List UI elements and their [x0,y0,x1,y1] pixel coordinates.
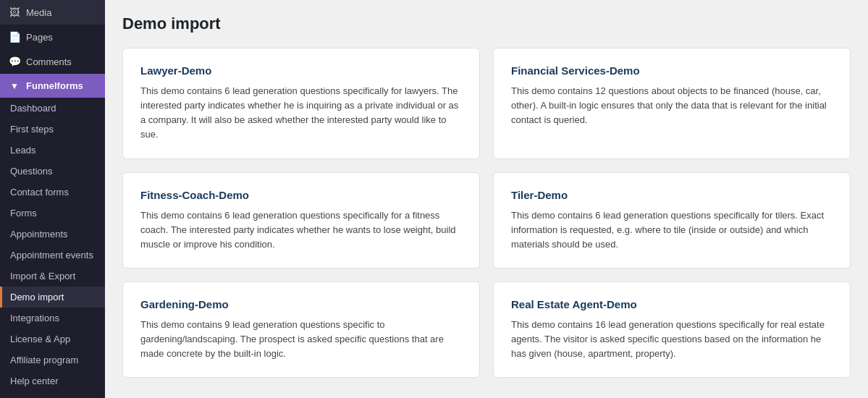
funnelforms-icon: ▼ [9,81,20,91]
sidebar-item-support[interactable]: Support [0,391,105,398]
sidebar-item-comments[interactable]: 💬 Comments [0,49,105,74]
demo-card-lawyer-demo[interactable]: Lawyer-DemoThis demo contains 6 lead gen… [122,48,480,159]
sidebar-item-forms[interactable]: Forms [0,203,105,224]
demo-card-desc-lawyer-demo: This demo contains 6 lead generation que… [140,84,462,143]
media-icon: 🖼 [9,7,20,18]
demo-card-desc-gardening-demo: This demo contains 9 lead generation que… [140,318,462,361]
sidebar-item-help-center[interactable]: Help center [0,371,105,391]
demo-card-desc-fitness-coach-demo: This demo contains 6 lead generation que… [140,208,462,252]
demo-card-title-gardening-demo: Gardening-Demo [140,298,462,310]
sidebar-item-media[interactable]: 🖼 Media [0,0,105,25]
sidebar-item-leads[interactable]: Leads [0,140,105,161]
demo-cards-grid: Lawyer-DemoThis demo contains 6 lead gen… [122,48,851,378]
demo-card-tiler-demo[interactable]: Tiler-DemoThis demo contains 6 lead gene… [493,172,851,268]
sidebar-item-media-label: Media [26,7,51,18]
sidebar-item-license-app[interactable]: License & App [0,329,105,350]
sidebar-item-funnelforms-label: Funnelforms [26,80,83,91]
sidebar-item-import-export[interactable]: Import & Export [0,266,105,287]
demo-card-title-tiler-demo: Tiler-Demo [511,189,833,201]
sidebar-item-dashboard[interactable]: Dashboard [0,98,105,119]
demo-card-gardening-demo[interactable]: Gardening-DemoThis demo contains 9 lead … [122,281,480,378]
sidebar-item-comments-label: Comments [26,56,72,67]
demo-card-financial-services-demo[interactable]: Financial Services-DemoThis demo contain… [493,48,851,159]
pages-icon: 📄 [9,31,20,43]
sidebar-item-pages-label: Pages [26,32,53,43]
sidebar-item-appointment-events[interactable]: Appointment events [0,245,105,266]
demo-card-desc-real-estate-agent-demo: This demo contains 16 lead generation qu… [511,318,833,361]
sidebar-top: 🖼 Media 📄 Pages 💬 Comments ▼ Funnelforms [0,0,105,98]
sidebar: 🖼 Media 📄 Pages 💬 Comments ▼ Funnelforms… [0,0,105,398]
demo-card-real-estate-agent-demo[interactable]: Real Estate Agent-DemoThis demo contains… [493,281,851,378]
demo-card-title-real-estate-agent-demo: Real Estate Agent-Demo [511,298,833,310]
demo-card-title-lawyer-demo: Lawyer-Demo [140,64,462,77]
sidebar-item-pages[interactable]: 📄 Pages [0,25,105,49]
sidebar-item-funnelforms[interactable]: ▼ Funnelforms [0,74,105,98]
sidebar-submenu: Dashboard First steps Leads Questions Co… [0,98,105,398]
sidebar-item-questions[interactable]: Questions [0,161,105,182]
sidebar-item-integrations[interactable]: Integrations [0,308,105,329]
sidebar-item-contact-forms[interactable]: Contact forms [0,182,105,203]
demo-card-title-financial-services-demo: Financial Services-Demo [511,64,833,77]
main-content: Demo import Lawyer-DemoThis demo contain… [105,0,868,398]
sidebar-item-first-steps[interactable]: First steps [0,119,105,140]
sidebar-item-demo-import[interactable]: Demo import [0,287,105,308]
sidebar-item-affiliate-program[interactable]: Affiliate program [0,350,105,371]
demo-card-desc-tiler-demo: This demo contains 6 lead generation que… [511,208,833,252]
page-title: Demo import [122,14,851,33]
demo-card-fitness-coach-demo[interactable]: Fitness-Coach-DemoThis demo contains 6 l… [122,172,480,268]
sidebar-item-appointments[interactable]: Appointments [0,224,105,245]
demo-card-desc-financial-services-demo: This demo contains 12 questions about ob… [511,84,833,127]
comments-icon: 💬 [9,56,20,67]
demo-card-title-fitness-coach-demo: Fitness-Coach-Demo [140,189,462,201]
